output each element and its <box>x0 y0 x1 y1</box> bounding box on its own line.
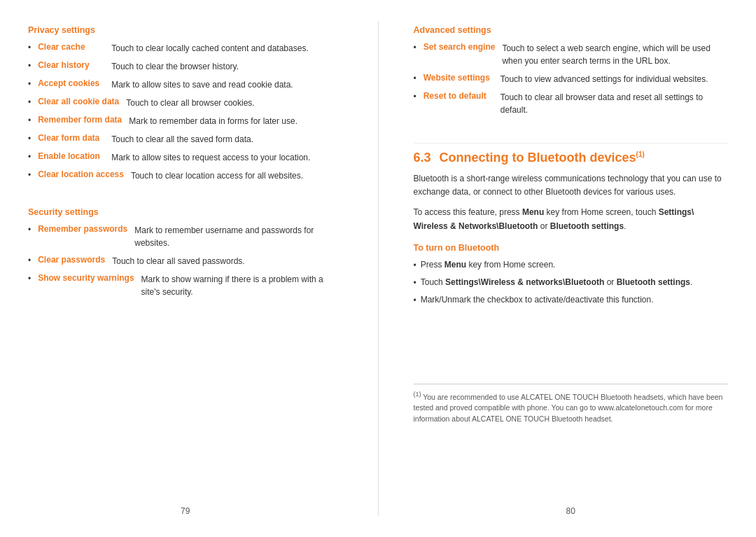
list-item: • Clear location access Touch to clear l… <box>28 169 343 182</box>
item-desc: Touch to select a web search engine, whi… <box>502 42 728 67</box>
list-item: • Clear cache Touch to clear locally cac… <box>28 42 343 55</box>
turn-on-item-1: Press Menu key from Home screen. <box>421 258 556 271</box>
bullet: • <box>28 43 31 53</box>
item-desc: Touch to clear all browser cookies. <box>126 97 254 109</box>
item-term: Clear all cookie data <box>38 97 119 106</box>
item-desc: Mark to allow sites to request access to… <box>111 151 310 164</box>
item-desc: Touch to clear all browser data and rese… <box>500 91 728 116</box>
item-term: Clear form data <box>38 133 104 143</box>
turn-on-list: • Press Menu key from Home screen. • Tou… <box>414 258 729 307</box>
list-item: • Reset to default Touch to clear all br… <box>414 91 729 116</box>
item-desc: Touch to clear the browser history. <box>111 60 239 73</box>
bullet: • <box>28 97 31 107</box>
section-number: 6.3 <box>414 151 431 165</box>
bullet: • <box>28 134 31 144</box>
item-desc: Mark to allow sites to save and read coo… <box>111 78 293 91</box>
access-or: or <box>538 221 550 231</box>
bullet: • <box>414 294 416 307</box>
list-item: • Enable location Mark to allow sites to… <box>28 151 343 164</box>
advanced-settings-list: • Set search engine Touch to select a we… <box>414 42 729 116</box>
item-desc: Mark to show warning if there is a probl… <box>141 273 343 298</box>
list-item: • Show security warnings Mark to show wa… <box>28 273 343 298</box>
list-item: • Press Menu key from Home screen. <box>414 258 729 272</box>
access-prefix: To access this feature, press <box>414 207 522 217</box>
bullet: • <box>28 225 31 235</box>
bluetooth-intro: Bluetooth is a short-range wireless comm… <box>414 172 729 199</box>
item-term: Reset to default <box>424 91 493 101</box>
item-term: Enable location <box>38 151 104 161</box>
footnote-text: You are recommended to use ALCATEL ONE T… <box>414 393 723 424</box>
turn-on-heading: To turn on Bluetooth <box>414 243 729 253</box>
bullet: • <box>28 61 31 71</box>
list-item: • Touch Settings\Wireless & networks\Blu… <box>414 276 729 289</box>
security-section: Security settings • Remember passwords M… <box>28 203 343 307</box>
item-term: Remember passwords <box>38 224 127 234</box>
bullet: • <box>414 74 416 83</box>
turn-on-item-2: Touch Settings\Wireless & networks\Bluet… <box>421 276 693 288</box>
privacy-section-title: Privacy settings <box>28 25 343 35</box>
item-desc: Touch to clear locally cached content an… <box>111 42 309 55</box>
item-desc: Touch to view advanced settings for indi… <box>500 73 708 85</box>
list-item: • Clear history Touch to clear the brows… <box>28 60 343 73</box>
menu-keyword: Menu <box>444 260 466 270</box>
item-term: Remember form data <box>38 115 122 125</box>
list-item: • Clear form data Touch to clear all the… <box>28 133 343 146</box>
security-section-title: Security settings <box>28 207 343 217</box>
privacy-settings-list: • Clear cache Touch to clear locally cac… <box>28 42 343 182</box>
item-term: Website settings <box>424 73 493 83</box>
left-page-number: 79 <box>28 492 343 516</box>
item-term: Show security warnings <box>38 273 134 283</box>
privacy-section: Privacy settings • Clear cache Touch to … <box>28 21 343 190</box>
access-end: . <box>624 221 626 231</box>
turn-on-item-3: Mark/Unmark the checkbox to activate/dea… <box>421 293 654 306</box>
list-item: • Mark/Unmark the checkbox to activate/d… <box>414 293 729 307</box>
right-page-number: 80 <box>414 492 729 516</box>
item-term: Accept cookies <box>38 78 104 88</box>
item-term: Set search engine <box>424 42 496 52</box>
bullet: • <box>414 43 416 53</box>
access-mid: key from Home screen, touch <box>544 207 658 217</box>
item-term: Clear history <box>38 60 104 70</box>
item-term: Clear cache <box>38 42 104 52</box>
advanced-section: Advanced settings • Set search engine To… <box>414 21 729 125</box>
bullet: • <box>28 152 31 162</box>
list-item: • Accept cookies Mark to allow sites to … <box>28 78 343 91</box>
bt-settings-keyword: Bluetooth settings <box>617 277 690 287</box>
settings-path-keyword: Settings\Wireless & networks\Bluetooth <box>445 277 604 287</box>
page-container: Privacy settings • Clear cache Touch to … <box>0 0 756 537</box>
advanced-section-title: Advanced settings <box>414 25 729 35</box>
bullet: • <box>28 274 31 284</box>
footnote-ref: (1) <box>636 151 645 158</box>
bluetooth-access-text: To access this feature, press Menu key f… <box>414 206 729 232</box>
item-desc: Touch to clear location access for all w… <box>131 169 303 182</box>
right-column: Advanced settings • Set search engine To… <box>414 21 729 516</box>
access-bt-settings: Bluetooth settings <box>550 221 624 231</box>
list-item: • Website settings Touch to view advance… <box>414 73 729 85</box>
bluetooth-heading: 6.3 Connecting to Bluetooth devices(1) <box>414 143 729 165</box>
list-item: • Set search engine Touch to select a we… <box>414 42 729 67</box>
access-menu-keyword: Menu <box>522 207 544 217</box>
bullet: • <box>414 92 416 102</box>
bullet: • <box>28 116 31 125</box>
list-item: • Remember form data Mark to remember da… <box>28 115 343 127</box>
item-desc: Touch to clear all saved passwords. <box>112 255 244 267</box>
list-item: • Remember passwords Mark to remember us… <box>28 224 343 249</box>
item-term: Clear passwords <box>38 255 105 265</box>
bluetooth-section: 6.3 Connecting to Bluetooth devices(1) B… <box>414 143 729 316</box>
item-desc: Mark to remember username and passwords … <box>134 224 342 249</box>
bullet: • <box>28 170 31 180</box>
list-item: • Clear all cookie data Touch to clear a… <box>28 97 343 109</box>
bullet: • <box>414 277 416 289</box>
item-desc: Mark to remember data in forms for later… <box>129 115 298 127</box>
bullet: • <box>414 259 416 272</box>
footnote-sup: (1) <box>414 391 421 398</box>
bullet: • <box>28 79 31 89</box>
bluetooth-title: Connecting to Bluetooth devices(1) <box>440 151 645 165</box>
item-term: Clear location access <box>38 169 124 179</box>
bullet: • <box>28 256 31 265</box>
security-settings-list: • Remember passwords Mark to remember us… <box>28 224 343 298</box>
item-desc: Touch to clear all the saved form data. <box>111 133 253 146</box>
left-column: Privacy settings • Clear cache Touch to … <box>28 21 343 516</box>
column-divider <box>378 21 379 516</box>
footnote-section: (1) You are recommended to use ALCATEL O… <box>414 384 729 425</box>
